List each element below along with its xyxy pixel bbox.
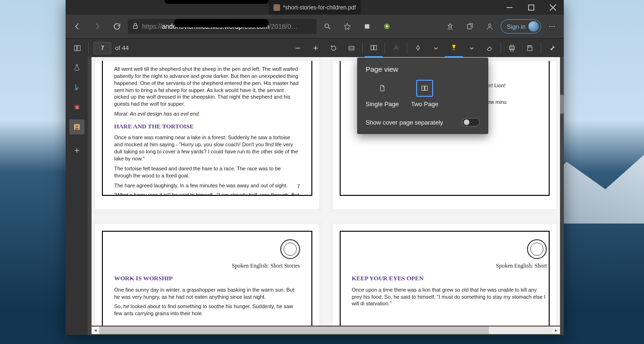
navigation-bar: https://andonovicmilica.files.wordpress.… [66,15,564,38]
two-page-option[interactable]: Two Page [411,80,438,108]
page-view-button[interactable] [365,39,383,57]
pin-toolbar-button[interactable] [543,39,561,57]
search-button[interactable] [318,17,336,35]
redaction-mark [165,0,268,4]
lock-icon [132,22,139,31]
draw-dropdown[interactable] [427,39,445,57]
two-page-icon [416,80,433,97]
vtab-add-button[interactable] [69,143,84,158]
svg-rect-13 [371,45,373,50]
svg-point-9 [554,26,555,27]
body-text: All went well till the shepherd shut the… [114,66,300,108]
vtab-translate-icon[interactable]: 文 [69,100,84,115]
svg-rect-3 [365,24,369,28]
collections-button[interactable] [461,17,479,35]
profile-button[interactable] [481,17,499,35]
page-number-input[interactable] [93,42,111,54]
seal-icon [527,239,547,259]
body-text: Once upon a time there was a lion that g… [352,286,547,308]
seal-icon [280,239,300,259]
contents-button[interactable] [68,39,86,57]
back-button[interactable] [68,17,86,35]
favorites-list-button[interactable] [441,17,459,35]
tab-title: *short-stories-for-children.pdf [283,4,356,11]
favorite-button[interactable] [338,17,356,35]
rotate-button[interactable] [325,39,343,57]
content-area: 文 All went well till the shepherd shut t… [66,57,564,335]
svg-point-2 [325,24,329,28]
svg-rect-24 [425,86,427,90]
vtab-profile-icon[interactable] [69,119,84,134]
highlight-button[interactable] [445,39,463,57]
single-page-label: Single Page [366,101,399,108]
svg-text:文: 文 [75,106,78,109]
pdf-viewport[interactable]: All went well till the shepherd shut the… [88,57,564,335]
svg-rect-11 [77,45,80,50]
scroll-left-button[interactable]: ◄ [92,327,99,334]
svg-point-7 [549,26,550,27]
svg-rect-23 [422,86,424,90]
page-total-label: of 44 [115,44,129,51]
scroll-thumb[interactable] [99,327,489,334]
downloads-button[interactable] [378,17,396,35]
story-title: HARE AND THE TORTOISE [114,122,300,131]
scroll-track[interactable] [99,327,552,334]
zoom-out-button[interactable] [289,39,307,57]
svg-rect-0 [528,5,534,10]
erase-button[interactable] [481,39,499,57]
single-page-icon [374,80,391,97]
vertical-tabs: 文 [66,57,88,335]
highlight-dropdown[interactable] [463,39,481,57]
redaction-mark [174,19,268,27]
svg-rect-14 [374,45,376,50]
maximize-button[interactable] [520,0,542,15]
vtab-flask-icon[interactable] [69,60,84,75]
svg-rect-17 [510,49,514,51]
single-page-option[interactable]: Single Page [366,80,399,108]
popup-title: Page view [366,65,480,73]
titlebar: *short-stories-for-children.pdf [66,0,564,15]
zoom-in-button[interactable] [307,39,325,57]
svg-rect-5 [468,25,471,29]
svg-rect-1 [134,25,137,28]
save-button[interactable] [521,39,539,57]
browser-tab[interactable]: *short-stories-for-children.pdf [269,0,361,15]
cover-separately-toggle[interactable] [462,118,480,126]
header-text: Spoken English: Short [352,262,547,269]
moral-text: Moral: An evil design has an evil end. [114,110,300,117]
sign-in-button[interactable]: Sign in [501,19,541,34]
story-title: KEEP YOUR EYES OPEN [352,274,547,283]
stop-button[interactable] [358,17,376,35]
draw-button[interactable] [409,39,427,57]
horizontal-scrollbar[interactable]: ◄ ► [92,327,560,334]
page-number: 7 [297,183,300,190]
fit-width-button[interactable] [343,39,360,57]
body-text: "What a funny race it is!" he said to hi… [114,192,300,196]
cover-separately-label: Show cover page separately [366,119,443,126]
svg-rect-10 [75,45,77,50]
more-button[interactable] [543,17,561,35]
read-aloud-button[interactable] [387,39,405,57]
vtab-bing-icon[interactable] [69,80,84,95]
pdf-page: Spoken English: Short Stories WORK IS WO… [92,220,323,326]
svg-point-8 [552,26,552,27]
body-text: Once a hare was roaming near a lake in a… [114,134,300,162]
browser-window: *short-stories-for-children.pdf https://… [66,0,564,335]
story-title: WORK IS WORSHIP [114,274,300,283]
print-button[interactable] [503,39,521,57]
body-text: One fine sunny day in winter, a grasshop… [114,286,300,301]
pdf-page: Spoken English: Short KEEP YOUR EYES OPE… [329,220,560,326]
svg-point-22 [76,126,78,127]
refresh-button[interactable] [108,17,126,35]
close-button[interactable] [542,0,564,15]
forward-button[interactable] [88,17,106,35]
body-text: The hare agreed laughingly. In a few min… [114,182,300,189]
header-text: Spoken English: Short Stories [114,262,300,269]
body-text: The tortoise felt teased and dared the h… [114,165,300,179]
avatar-icon [528,21,539,32]
two-page-label: Two Page [411,101,438,108]
minimize-button[interactable] [499,0,520,15]
svg-point-6 [489,24,491,26]
scroll-right-button[interactable]: ► [552,327,560,334]
pdf-page: All went well till the shepherd shut the… [92,57,323,213]
